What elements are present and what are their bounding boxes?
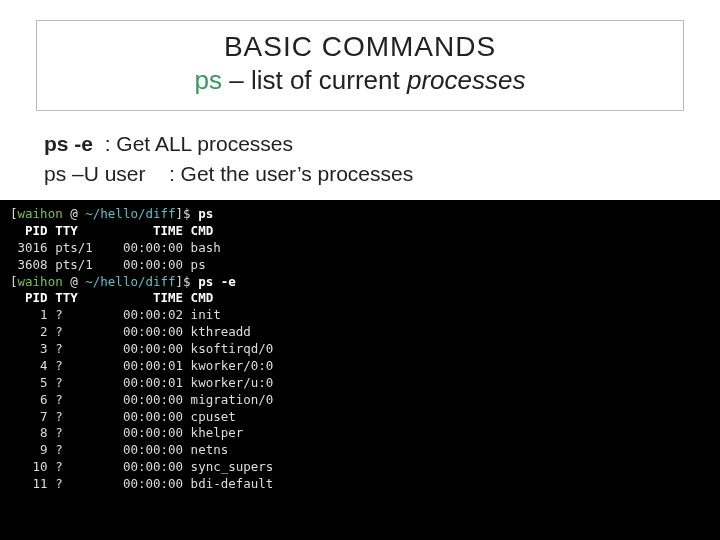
terminal: [waihon @ ~/hello/diff]$ ps PID TTY TIME…	[0, 200, 720, 540]
terminal-line: 9 ? 00:00:00 netns	[10, 442, 710, 459]
desc-row2-rest: : Get the user’s processes	[146, 162, 414, 185]
terminal-line: 1 ? 00:00:02 init	[10, 307, 710, 324]
prompt-open: [	[10, 206, 18, 221]
terminal-line: 6 ? 00:00:00 migration/0	[10, 392, 710, 409]
title-cmd: ps	[195, 65, 222, 95]
terminal-line: 3608 pts/1 00:00:00 ps	[10, 257, 710, 274]
slide: BASIC COMMANDS ps – list of current proc…	[0, 0, 720, 540]
terminal-line: 5 ? 00:00:01 kworker/u:0	[10, 375, 710, 392]
prompt-open: [	[10, 274, 18, 289]
prompt-line-1: [waihon @ ~/hello/diff]$ ps	[10, 206, 710, 223]
title-box: BASIC COMMANDS ps – list of current proc…	[36, 20, 684, 111]
terminal-line: 3 ? 00:00:00 ksoftirqd/0	[10, 341, 710, 358]
terminal-line: 10 ? 00:00:00 sync_supers	[10, 459, 710, 476]
title-desc-plain: list of current	[251, 65, 407, 95]
title-line2: ps – list of current processes	[49, 65, 671, 96]
prompt-path: ~/hello/diff	[85, 274, 175, 289]
terminal-line: 7 ? 00:00:00 cpuset	[10, 409, 710, 426]
desc-row-1: ps -e : Get ALL processes	[44, 129, 676, 159]
desc-row2-cmd: ps –U user	[44, 162, 146, 185]
desc-row1-rest: : Get ALL processes	[93, 132, 293, 155]
prompt-at: @	[63, 274, 86, 289]
terminal-line: 8 ? 00:00:00 khelper	[10, 425, 710, 442]
prompt-close: ]$	[176, 274, 191, 289]
terminal-line: 2 ? 00:00:00 kthreadd	[10, 324, 710, 341]
terminal-line: 3016 pts/1 00:00:00 bash	[10, 240, 710, 257]
ps-header-2: PID TTY TIME CMD	[10, 290, 710, 307]
prompt-line-2: [waihon @ ~/hello/diff]$ ps -e	[10, 274, 710, 291]
prompt-close: ]$	[176, 206, 191, 221]
title-line1: BASIC COMMANDS	[49, 31, 671, 63]
prompt-user: waihon	[18, 274, 63, 289]
ps-header-1: PID TTY TIME CMD	[10, 223, 710, 240]
desc-row1-cmd: ps -e	[44, 132, 93, 155]
title-desc-em: processes	[407, 65, 526, 95]
description-block: ps -e : Get ALL processes ps –U user : G…	[44, 129, 676, 190]
ps-output-2: 1 ? 00:00:02 init 2 ? 00:00:00 kthreadd …	[10, 307, 710, 493]
ps-output-1: 3016 pts/1 00:00:00 bash 3608 pts/1 00:0…	[10, 240, 710, 274]
typed-cmd-2: ps -e	[198, 274, 236, 289]
terminal-line: 4 ? 00:00:01 kworker/0:0	[10, 358, 710, 375]
prompt-at: @	[63, 206, 86, 221]
terminal-line: 11 ? 00:00:00 bdi-default	[10, 476, 710, 493]
desc-row-2: ps –U user : Get the user’s processes	[44, 159, 676, 189]
prompt-user: waihon	[18, 206, 63, 221]
prompt-path: ~/hello/diff	[85, 206, 175, 221]
title-dash: –	[222, 65, 251, 95]
typed-cmd-1: ps	[198, 206, 213, 221]
